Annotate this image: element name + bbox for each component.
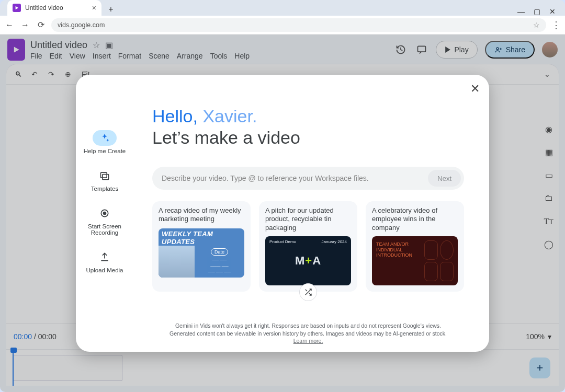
disclaimer-text: Gemini in Vids won't always get it right…: [152, 322, 464, 344]
prompt-input[interactable]: [162, 174, 428, 182]
bookmark-star-icon[interactable]: ☆: [533, 21, 540, 29]
greeting-name: Xavier: [202, 106, 252, 126]
suggestion-cards: A recap video of my weekly marketing mee…: [152, 201, 464, 292]
sidebar-item-help-me-create[interactable]: Help me Create: [84, 130, 126, 154]
tab-title: Untitled video: [25, 4, 63, 11]
window-close-icon[interactable]: ✕: [548, 7, 557, 16]
card-caption: A pitch for our updated product, recycla…: [265, 206, 351, 232]
suggestion-card[interactable]: A pitch for our updated product, recycla…: [259, 201, 357, 292]
browser-menu-icon[interactable]: ⋮: [551, 19, 561, 31]
card-thumbnail: TEAM AND/OR INDIVIDUAL INTRODUCTION: [372, 236, 458, 285]
new-tab-button[interactable]: +: [105, 3, 117, 16]
browser-tab[interactable]: Untitled video ×: [7, 0, 101, 16]
greeting: Hello, Xavier.: [152, 106, 464, 126]
suggestion-card[interactable]: A recap video of my weekly marketing mee…: [152, 201, 251, 292]
sidebar-item-label: Start Screen Recording: [79, 223, 130, 236]
forward-icon[interactable]: →: [20, 20, 30, 30]
sidebar-item-label: Help me Create: [84, 148, 126, 154]
dialog-sidebar: Help me Create Templates Start Screen Re…: [76, 75, 133, 352]
card-thumbnail: WEEKLY TEAM UPDATES Date ── ───── ──── ─…: [159, 228, 244, 278]
suggestion-card[interactable]: A celebratory video of employee wins in …: [366, 201, 464, 292]
address-bar[interactable]: vids.google.com ☆: [51, 18, 546, 32]
minimize-icon[interactable]: —: [517, 7, 525, 16]
modal-scrim: ✕ Help me Create Templates Start Screen …: [0, 34, 565, 392]
window-controls: — ▢ ✕: [517, 5, 562, 16]
sidebar-item-upload-media[interactable]: Upload Media: [86, 249, 123, 273]
maximize-icon[interactable]: ▢: [533, 7, 541, 16]
sidebar-item-screen-recording[interactable]: Start Screen Recording: [79, 205, 130, 236]
svg-point-7: [104, 212, 106, 215]
reload-icon[interactable]: ⟳: [36, 20, 46, 30]
vids-app: Untitled video ☆ ▣ File Edit View Insert…: [0, 34, 565, 392]
shuffle-suggestions-button[interactable]: [299, 283, 317, 301]
browser-toolbar: ← → ⟳ vids.google.com ☆ ⋮: [0, 16, 565, 34]
card-caption: A celebratory video of employee wins in …: [372, 206, 458, 232]
browser-tabstrip: Untitled video × + — ▢ ✕: [0, 0, 565, 16]
back-icon[interactable]: ←: [4, 20, 15, 30]
help-me-create-dialog: ✕ Help me Create Templates Start Screen …: [76, 75, 489, 352]
url-text: vids.google.com: [58, 21, 105, 29]
card-thumbnail: Product DemoJanuary 2024 M+A: [265, 236, 351, 285]
svg-rect-4: [100, 172, 107, 178]
card-caption: A recap video of my weekly marketing mee…: [159, 206, 244, 224]
prompt-row: Next: [152, 167, 464, 190]
vids-favicon: [13, 4, 21, 12]
dialog-close-icon[interactable]: ✕: [470, 82, 480, 96]
tab-close-icon[interactable]: ×: [92, 4, 96, 12]
learn-more-link[interactable]: Learn more.: [293, 338, 323, 344]
dialog-main: Hello, Xavier. Let’s make a video Next A…: [133, 75, 489, 352]
greeting-prefix: Hello,: [152, 106, 202, 126]
subheadline: Let’s make a video: [152, 128, 464, 148]
svg-rect-5: [103, 175, 109, 180]
sidebar-item-label: Upload Media: [86, 267, 123, 273]
sidebar-item-label: Templates: [91, 186, 118, 192]
sidebar-item-templates[interactable]: Templates: [91, 168, 118, 192]
greeting-suffix: .: [252, 106, 257, 126]
next-button[interactable]: Next: [428, 170, 461, 187]
